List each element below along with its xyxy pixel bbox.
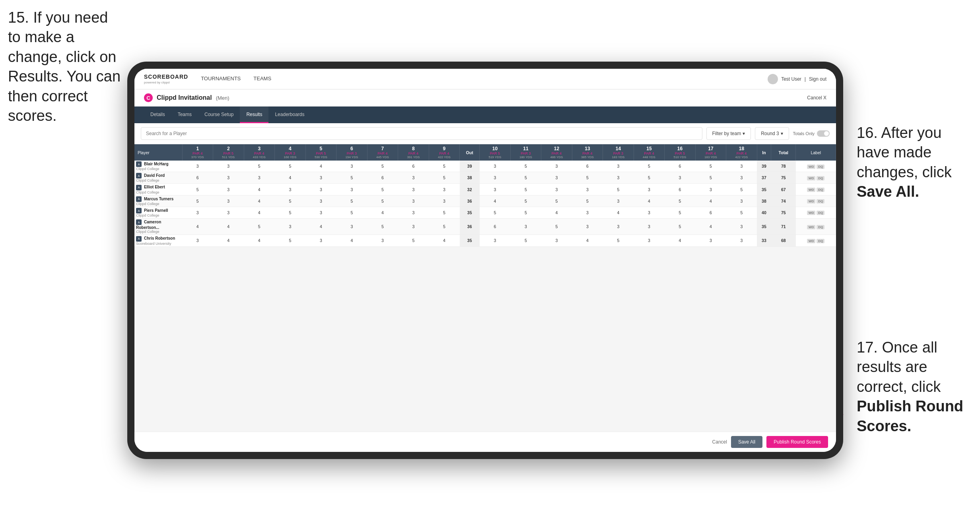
filter-by-team-button[interactable]: Filter by team ▾: [706, 127, 751, 140]
hole-12-score[interactable]: 4: [541, 207, 572, 218]
hole-6-score[interactable]: 3: [336, 219, 368, 235]
hole-18-score[interactable]: 3: [726, 161, 757, 172]
hole-14-score[interactable]: 5: [603, 235, 634, 246]
hole-8-score[interactable]: 3: [398, 207, 429, 218]
hole-16-score[interactable]: 6: [665, 161, 696, 172]
dq-button[interactable]: DQ: [817, 165, 824, 169]
hole-2-score[interactable]: 3: [213, 161, 244, 172]
hole-12-score[interactable]: 3: [541, 172, 572, 184]
wd-button[interactable]: WD: [807, 176, 815, 180]
hole-5-score[interactable]: 3: [305, 172, 336, 184]
hole-7-score[interactable]: 5: [367, 161, 398, 172]
hole-2-score[interactable]: 3: [213, 172, 244, 184]
hole-8-score[interactable]: 3: [398, 219, 429, 235]
hole-6-score[interactable]: 3: [336, 161, 368, 172]
hole-17-score[interactable]: 6: [695, 207, 726, 218]
hole-11-score[interactable]: 5: [510, 195, 541, 207]
hole-5-score[interactable]: 3: [305, 184, 336, 195]
hole-1-score[interactable]: 3: [182, 161, 213, 172]
hole-17-score[interactable]: 4: [695, 219, 726, 235]
hole-10-score[interactable]: 3: [480, 161, 511, 172]
hole-6-score[interactable]: 5: [336, 207, 368, 218]
dq-button[interactable]: DQ: [817, 199, 824, 203]
hole-11-score[interactable]: 5: [510, 161, 541, 172]
hole-13-score[interactable]: 6: [572, 161, 603, 172]
hole-15-score[interactable]: 5: [634, 172, 665, 184]
hole-4-score[interactable]: 5: [275, 195, 306, 207]
hole-9-score[interactable]: 5: [429, 172, 460, 184]
hole-6-score[interactable]: 5: [336, 195, 368, 207]
hole-3-score[interactable]: 4: [244, 235, 275, 246]
hole-15-score[interactable]: 4: [634, 195, 665, 207]
hole-16-score[interactable]: 4: [665, 235, 696, 246]
hole-16-score[interactable]: 3: [665, 172, 696, 184]
hole-1-score[interactable]: 4: [182, 219, 213, 235]
round-selector-button[interactable]: Round 3 ▾: [755, 127, 789, 140]
tab-details[interactable]: Details: [144, 107, 171, 123]
hole-1-score[interactable]: 3: [182, 207, 213, 218]
sign-out-link[interactable]: Sign out: [809, 76, 826, 82]
hole-14-score[interactable]: 3: [603, 161, 634, 172]
hole-3-score[interactable]: 4: [244, 184, 275, 195]
hole-11-score[interactable]: 5: [510, 235, 541, 246]
hole-9-score[interactable]: 5: [429, 161, 460, 172]
hole-2-score[interactable]: 3: [213, 207, 244, 218]
hole-4-score[interactable]: 4: [275, 172, 306, 184]
hole-8-score[interactable]: 3: [398, 172, 429, 184]
tab-results[interactable]: Results: [240, 107, 268, 123]
hole-15-score[interactable]: 3: [634, 219, 665, 235]
hole-11-score[interactable]: 5: [510, 207, 541, 218]
dq-button[interactable]: DQ: [817, 211, 824, 215]
hole-4-score[interactable]: 5: [275, 235, 306, 246]
hole-10-score[interactable]: 5: [480, 207, 511, 218]
hole-5-score[interactable]: 4: [305, 219, 336, 235]
hole-14-score[interactable]: 4: [603, 207, 634, 218]
dq-button[interactable]: DQ: [817, 225, 824, 229]
hole-2-score[interactable]: 4: [213, 235, 244, 246]
hole-10-score[interactable]: 3: [480, 235, 511, 246]
hole-4-score[interactable]: 3: [275, 219, 306, 235]
hole-2-score[interactable]: 3: [213, 184, 244, 195]
hole-8-score[interactable]: 6: [398, 161, 429, 172]
tab-teams[interactable]: Teams: [171, 107, 198, 123]
hole-14-score[interactable]: 3: [603, 219, 634, 235]
hole-5-score[interactable]: 4: [305, 161, 336, 172]
hole-3-score[interactable]: 5: [244, 161, 275, 172]
hole-10-score[interactable]: 6: [480, 219, 511, 235]
hole-16-score[interactable]: 5: [665, 219, 696, 235]
hole-9-score[interactable]: 4: [429, 235, 460, 246]
hole-7-score[interactable]: 6: [367, 172, 398, 184]
hole-6-score[interactable]: 3: [336, 184, 368, 195]
hole-15-score[interactable]: 5: [634, 161, 665, 172]
cancel-tournament-button[interactable]: Cancel X: [807, 95, 826, 101]
hole-6-score[interactable]: 4: [336, 235, 368, 246]
hole-9-score[interactable]: 3: [429, 195, 460, 207]
hole-17-score[interactable]: 5: [695, 172, 726, 184]
hole-7-score[interactable]: 5: [367, 219, 398, 235]
hole-14-score[interactable]: 3: [603, 195, 634, 207]
save-all-button[interactable]: Save All: [731, 436, 762, 448]
hole-15-score[interactable]: 3: [634, 235, 665, 246]
wd-button[interactable]: WD: [807, 225, 815, 229]
nav-tournaments[interactable]: TOURNAMENTS: [201, 76, 241, 82]
hole-18-score[interactable]: 3: [726, 172, 757, 184]
hole-11-score[interactable]: 5: [510, 184, 541, 195]
hole-15-score[interactable]: 3: [634, 184, 665, 195]
hole-17-score[interactable]: 4: [695, 195, 726, 207]
wd-button[interactable]: WD: [807, 199, 815, 203]
hole-10-score[interactable]: 3: [480, 172, 511, 184]
hole-18-score[interactable]: 5: [726, 207, 757, 218]
dq-button[interactable]: DQ: [817, 176, 824, 180]
hole-13-score[interactable]: 3: [572, 207, 603, 218]
hole-3-score[interactable]: 3: [244, 172, 275, 184]
hole-3-score[interactable]: 4: [244, 207, 275, 218]
hole-9-score[interactable]: 5: [429, 207, 460, 218]
hole-9-score[interactable]: 5: [429, 219, 460, 235]
hole-15-score[interactable]: 3: [634, 207, 665, 218]
hole-8-score[interactable]: 3: [398, 195, 429, 207]
wd-button[interactable]: WD: [807, 239, 815, 243]
tab-course-setup[interactable]: Course Setup: [198, 107, 240, 123]
hole-7-score[interactable]: 5: [367, 184, 398, 195]
hole-12-score[interactable]: 5: [541, 219, 572, 235]
hole-7-score[interactable]: 4: [367, 207, 398, 218]
